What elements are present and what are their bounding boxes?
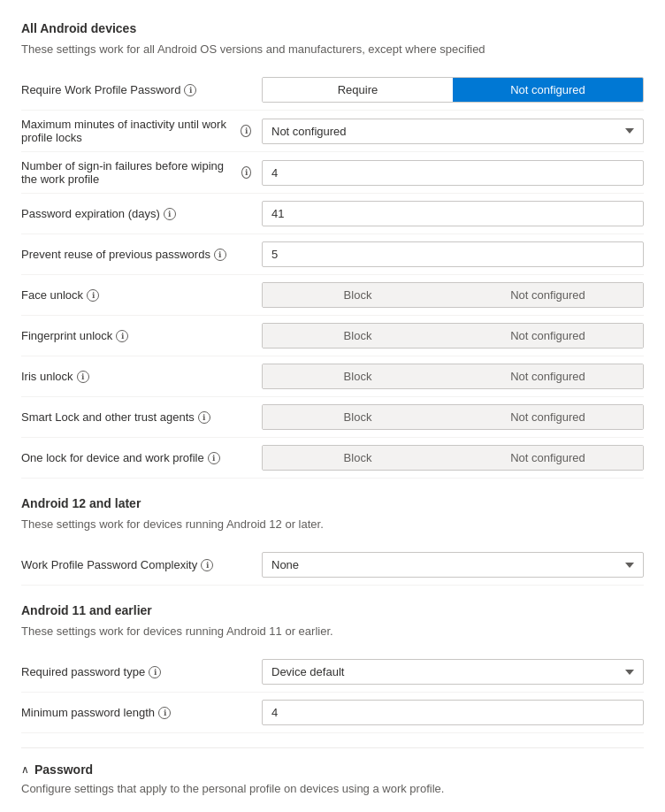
smart-lock-block[interactable]: Block: [263, 405, 453, 429]
password-expiration-label: Password expiration (days) ℹ: [21, 207, 251, 220]
iris-unlock-info[interactable]: ℹ: [77, 371, 89, 383]
required-password-type-info[interactable]: ℹ: [149, 666, 161, 678]
one-lock-info[interactable]: ℹ: [208, 452, 220, 464]
face-unlock-info[interactable]: ℹ: [87, 289, 99, 302]
required-password-type-control: Device default Numeric Alphanumeric Comp…: [262, 659, 644, 685]
prevent-reuse-label: Prevent reuse of previous passwords ℹ: [21, 248, 251, 261]
one-lock-row: One lock for device and work profile ℹ B…: [21, 438, 644, 479]
max-inactivity-dropdown[interactable]: Not configured 1 minute 5 minutes 15 min…: [262, 119, 644, 144]
fingerprint-unlock-info[interactable]: ℹ: [116, 330, 128, 342]
require-work-profile-password-info[interactable]: ℹ: [184, 84, 196, 96]
smart-lock-label: Smart Lock and other trust agents ℹ: [21, 410, 251, 424]
sign-in-failures-control: [262, 160, 644, 186]
minimum-password-length-input[interactable]: [262, 700, 644, 725]
face-unlock-row: Face unlock ℹ Block Not configured: [21, 275, 644, 316]
android11-section: Android 11 and earlier These settings wo…: [21, 603, 644, 733]
one-lock-label: One lock for device and work profile ℹ: [21, 451, 251, 464]
minimum-password-length-control: [262, 700, 644, 725]
prevent-reuse-control: [262, 241, 644, 267]
sign-in-failures-label: Number of sign-in failures before wiping…: [21, 159, 251, 186]
fingerprint-unlock-label: Fingerprint unlock ℹ: [21, 329, 251, 342]
prevent-reuse-row: Prevent reuse of previous passwords ℹ: [21, 234, 644, 275]
password-section-title: Password: [34, 762, 93, 777]
fingerprint-unlock-block[interactable]: Block: [263, 324, 453, 348]
required-password-type-row: Required password type ℹ Device default …: [21, 652, 644, 693]
sign-in-failures-info[interactable]: ℹ: [241, 166, 251, 179]
iris-unlock-row: Iris unlock ℹ Block Not configured: [21, 356, 644, 397]
smart-lock-info[interactable]: ℹ: [198, 411, 210, 424]
work-profile-complexity-dropdown[interactable]: None Low Medium High: [262, 552, 644, 578]
max-inactivity-label: Maximum minutes of inactivity until work…: [21, 118, 251, 144]
face-unlock-control: Block Not configured: [262, 282, 644, 308]
max-inactivity-control[interactable]: Not configured 1 minute 5 minutes 15 min…: [262, 119, 644, 144]
one-lock-not-configured[interactable]: Not configured: [453, 446, 643, 470]
work-profile-complexity-label: Work Profile Password Complexity ℹ: [21, 558, 251, 571]
password-collapse-header: ∧ Password: [21, 762, 644, 777]
require-work-profile-password-row: Require Work Profile Password ℹ Require …: [21, 70, 644, 111]
password-expiration-input[interactable]: [262, 201, 644, 226]
all-android-section: All Android devices These settings work …: [21, 21, 644, 479]
fingerprint-unlock-toggle: Block Not configured: [262, 323, 644, 349]
android12-title: Android 12 and later: [21, 496, 644, 510]
smart-lock-toggle: Block Not configured: [262, 404, 644, 430]
fingerprint-unlock-not-configured[interactable]: Not configured: [453, 324, 643, 348]
section-divider: [21, 747, 644, 748]
iris-unlock-control: Block Not configured: [262, 364, 644, 389]
iris-unlock-toggle: Block Not configured: [262, 364, 644, 389]
android12-desc: These settings work for devices running …: [21, 517, 644, 531]
password-expiration-control: [262, 201, 644, 226]
work-profile-complexity-control: None Low Medium High: [262, 552, 644, 578]
require-work-profile-password-toggle: Require Not configured: [262, 77, 644, 103]
one-lock-toggle: Block Not configured: [262, 445, 644, 471]
fingerprint-unlock-control: Block Not configured: [262, 323, 644, 349]
password-collapse-section: ∧ Password Configure settings that apply…: [21, 762, 644, 812]
smart-lock-row: Smart Lock and other trust agents ℹ Bloc…: [21, 397, 644, 438]
required-password-type-dropdown[interactable]: Device default Numeric Alphanumeric Comp…: [262, 659, 644, 685]
password-expiration-info[interactable]: ℹ: [164, 208, 176, 220]
iris-unlock-not-configured[interactable]: Not configured: [453, 364, 643, 388]
require-option[interactable]: Require: [263, 78, 453, 102]
require-work-profile-password-control: Require Not configured: [262, 77, 644, 103]
not-configured-option[interactable]: Not configured: [453, 78, 643, 102]
sign-in-failures-input[interactable]: [262, 160, 644, 186]
android11-desc: These settings work for devices running …: [21, 624, 644, 638]
face-unlock-not-configured[interactable]: Not configured: [453, 283, 643, 307]
all-android-desc: These settings work for all Android OS v…: [21, 42, 644, 56]
minimum-password-length-info[interactable]: ℹ: [158, 707, 171, 719]
minimum-password-length-row: Minimum password length ℹ: [21, 693, 644, 733]
work-profile-complexity-info[interactable]: ℹ: [201, 559, 213, 571]
smart-lock-control: Block Not configured: [262, 404, 644, 430]
collapse-icon[interactable]: ∧: [21, 763, 29, 776]
prevent-reuse-input[interactable]: [262, 241, 644, 267]
password-expiration-row: Password expiration (days) ℹ: [21, 194, 644, 234]
all-android-title: All Android devices: [21, 21, 644, 35]
max-inactivity-row: Maximum minutes of inactivity until work…: [21, 111, 644, 152]
iris-unlock-label: Iris unlock ℹ: [21, 370, 251, 383]
smart-lock-not-configured[interactable]: Not configured: [453, 405, 643, 429]
face-unlock-block[interactable]: Block: [263, 283, 453, 307]
max-inactivity-info[interactable]: ℹ: [241, 125, 251, 137]
minimum-password-length-label: Minimum password length ℹ: [21, 706, 251, 719]
face-unlock-toggle: Block Not configured: [262, 282, 644, 308]
android11-title: Android 11 and earlier: [21, 603, 644, 617]
work-profile-complexity-row: Work Profile Password Complexity ℹ None …: [21, 545, 644, 586]
password-section-desc: Configure settings that apply to the per…: [21, 782, 644, 795]
require-work-profile-password-label: Require Work Profile Password ℹ: [21, 83, 251, 96]
android12-section: Android 12 and later These settings work…: [21, 496, 644, 586]
sign-in-failures-row: Number of sign-in failures before wiping…: [21, 152, 644, 194]
face-unlock-label: Face unlock ℹ: [21, 288, 251, 302]
fingerprint-unlock-row: Fingerprint unlock ℹ Block Not configure…: [21, 316, 644, 356]
iris-unlock-block[interactable]: Block: [263, 364, 453, 388]
one-lock-block[interactable]: Block: [263, 446, 453, 470]
required-password-type-label: Required password type ℹ: [21, 665, 251, 678]
one-lock-control: Block Not configured: [262, 445, 644, 471]
prevent-reuse-info[interactable]: ℹ: [214, 249, 226, 261]
